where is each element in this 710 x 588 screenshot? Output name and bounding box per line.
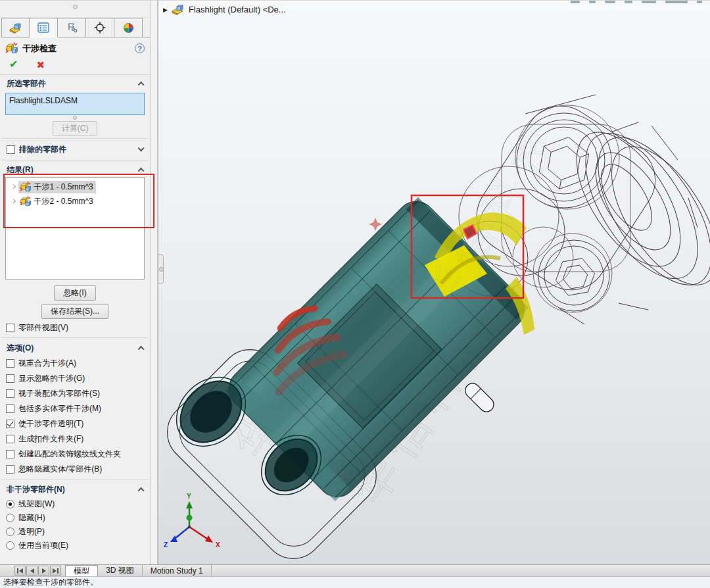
assembly-icon [172, 4, 185, 15]
panel-collapse-handle[interactable] [158, 254, 164, 284]
triad-y-label: Y [187, 493, 191, 500]
cancel-button[interactable]: ✖ [36, 60, 45, 70]
chevron-up-icon [137, 345, 144, 352]
section-results[interactable]: 结果(R) [0, 162, 150, 177]
option-row[interactable]: 视重合为干涉(A) [0, 356, 150, 371]
page-title: 干涉检查 [22, 43, 57, 55]
ignore-button[interactable]: 忽略(I) [54, 285, 95, 301]
interference-icon [20, 196, 31, 207]
model-canvas[interactable]: 华信科技 华信科技 华信科技 Y [158, 1, 710, 565]
selected-component-item[interactable]: Flashlight.SLDASM [9, 96, 78, 105]
solidworks-window: 干涉检查 ? ✔ ✖ 所选零部件 Flashlight.SLDASM 计算(C)… [0, 0, 710, 588]
expand-icon[interactable] [11, 184, 16, 189]
component-view-row[interactable]: 零部件视图(V) [0, 320, 150, 335]
option-checkbox[interactable] [6, 389, 14, 398]
panel-tab-bar [0, 18, 150, 37]
triad-x-label: X [216, 541, 220, 549]
display-manager-icon [123, 22, 134, 34]
ok-button[interactable]: ✔ [9, 59, 18, 70]
radio-hidden[interactable]: 隐藏(H) [0, 511, 150, 525]
option-row[interactable]: 忽略隐藏实体/零部件(B) [0, 462, 150, 477]
nav-last-button[interactable] [50, 566, 61, 576]
option-checkbox[interactable] [6, 359, 14, 368]
dimension-target-icon [94, 22, 106, 34]
status-message: 选择要检查干涉的零部件。 [3, 577, 98, 588]
option-row[interactable]: 显示忽略的干涉(G) [0, 371, 150, 386]
tab-assembly-visualization[interactable] [1, 18, 30, 37]
radio-icon[interactable] [6, 541, 14, 550]
option-checkbox[interactable] [6, 450, 14, 458]
document-tab-bar: 模型 3D 视图 Motion Study 1 [0, 564, 710, 576]
section-selected-components[interactable]: 所选零部件 [0, 75, 150, 92]
option-checkbox[interactable] [6, 435, 14, 443]
expand-icon[interactable] [11, 199, 16, 204]
option-checkbox[interactable] [6, 420, 14, 428]
selected-components-listbox[interactable]: Flashlight.SLDASM [5, 93, 145, 115]
property-manager-panel: 干涉检查 ? ✔ ✖ 所选零部件 Flashlight.SLDASM 计算(C)… [0, 0, 150, 564]
assembly-icon [9, 22, 22, 34]
radio-icon[interactable] [6, 500, 14, 508]
option-row[interactable]: 生成扣件文件夹(F) [0, 431, 150, 447]
nav-next-button[interactable] [38, 566, 49, 576]
option-row[interactable]: 包括多实体零件干涉(M) [0, 401, 150, 416]
help-icon[interactable]: ? [135, 43, 145, 53]
results-listbox[interactable]: 干涉1 - 0.5mm^3 干涉2 - 0.5mm^3 [5, 177, 145, 280]
panel-title-row: 干涉检查 ? [0, 37, 150, 57]
option-checkbox[interactable] [6, 374, 14, 383]
tree-expand-icon[interactable]: ▶ [163, 7, 168, 13]
radio-icon[interactable] [6, 514, 14, 522]
feature-tree-flyout[interactable]: ▶ Flashlight (Default) <De... [163, 4, 286, 15]
configuration-manager-icon [66, 22, 78, 33]
confirm-row: ✔ ✖ [0, 57, 150, 75]
status-bar: 选择要检查干涉的零部件。 [0, 576, 710, 588]
chevron-up-icon [137, 487, 144, 493]
chevron-up-icon [137, 81, 144, 87]
section-excluded-components[interactable]: 排除的零部件 [0, 141, 150, 158]
option-checkbox[interactable] [6, 465, 14, 474]
radio-wireframe[interactable]: 线架图(W) [0, 497, 150, 511]
option-row[interactable]: 视子装配体为零部件(S) [0, 386, 150, 401]
triad-z-label: Z [164, 541, 168, 549]
property-manager-icon [37, 22, 49, 33]
component-view-checkbox[interactable] [6, 324, 14, 332]
nav-first-button[interactable] [14, 566, 26, 576]
radio-transparent[interactable]: 透明(P) [0, 525, 150, 539]
excluded-components-checkbox[interactable] [7, 145, 15, 154]
reference-triad: Y X Z [164, 493, 220, 549]
option-row[interactable]: 创建匹配的装饰螺纹线文件夹 [0, 447, 150, 462]
listbox-resize-handle[interactable] [73, 116, 77, 120]
option-row[interactable]: 使干涉零件透明(T) [0, 416, 150, 431]
interference-check-icon [5, 42, 18, 55]
panel-splitter[interactable] [0, 5, 150, 18]
graphics-viewport[interactable]: ▶ Flashlight (Default) <De... [158, 0, 710, 564]
toolbar-remnant-icons [571, 1, 702, 3]
tab-configuration-manager[interactable] [58, 18, 86, 37]
chevron-up-icon [137, 167, 144, 174]
result-item-1[interactable]: 干涉1 - 0.5mm^3 [6, 180, 144, 194]
radio-icon[interactable] [6, 527, 14, 536]
section-options[interactable]: 选项(O) [0, 340, 150, 356]
panel-scrollbar[interactable] [150, 0, 158, 564]
radio-use-current[interactable]: 使用当前项(E) [0, 539, 150, 552]
chevron-down-icon [137, 145, 144, 152]
tab-property-manager[interactable] [30, 18, 58, 37]
result-item-2[interactable]: 干涉2 - 0.5mm^3 [6, 194, 144, 208]
section-non-interfering[interactable]: 非干涉零部件(N) [0, 481, 150, 497]
tab-display-manager[interactable] [114, 18, 143, 37]
option-checkbox[interactable] [6, 404, 14, 413]
nav-prev-button[interactable] [26, 566, 37, 576]
tab-model[interactable]: 模型 [65, 565, 98, 576]
calculate-button[interactable]: 计算(C) [53, 121, 98, 136]
feature-tree-label[interactable]: Flashlight (Default) <De... [189, 5, 286, 14]
tab-nav-buttons [14, 566, 61, 576]
tab-motion-study[interactable]: Motion Study 1 [143, 565, 212, 576]
tab-dimxpert-manager[interactable] [86, 18, 114, 37]
interference-icon [20, 182, 31, 193]
tab-3d-views[interactable]: 3D 视图 [98, 565, 143, 576]
save-results-button[interactable]: 保存结果(S)... [41, 304, 108, 319]
